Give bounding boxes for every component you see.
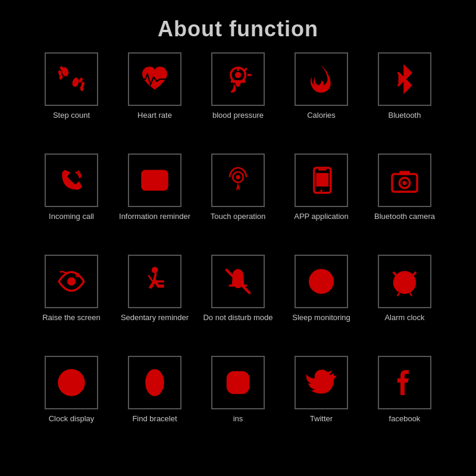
svg-point-16 (153, 178, 156, 181)
features-grid: Step count Heart rate blood pressure Cal… (33, 52, 443, 451)
cell-bluetooth-camera: Bluetooth camera (366, 154, 443, 249)
icon-box-touch-operation (211, 154, 265, 207)
svg-point-26 (403, 181, 407, 185)
icon-box-raise-the-screen (45, 255, 98, 308)
icon-box-clock-display (45, 356, 98, 409)
svg-point-28 (67, 277, 76, 286)
cell-app-application: APP application (283, 154, 360, 249)
cell-heart-rate: Heart rate (116, 52, 193, 148)
label-alarm-clock: Alarm clock (384, 313, 424, 323)
icon-box-twitter (295, 356, 348, 409)
label-bluetooth-camera: Bluetooth camera (374, 212, 435, 222)
icon-box-bluetooth-camera (378, 154, 431, 207)
label-twitter: Twitter (310, 414, 333, 424)
label-heart-rate: Heart rate (137, 111, 172, 121)
svg-rect-23 (316, 173, 328, 187)
icon-box-calories (295, 52, 348, 106)
svg-line-31 (149, 275, 153, 282)
label-app-application: APP application (294, 212, 349, 222)
icon-box-find-bracelet (128, 356, 181, 409)
cell-sleep-monitoring: Z Sleep monitoring (283, 255, 360, 350)
svg-rect-27 (399, 171, 410, 175)
svg-point-4 (71, 77, 80, 87)
svg-rect-10 (237, 67, 239, 71)
label-touch-operation: Touch operation (211, 212, 266, 222)
cell-facebook: facebook (366, 356, 443, 451)
cell-incoming-call: Incoming call (33, 154, 110, 249)
svg-point-22 (320, 190, 322, 192)
icon-box-incoming-call (45, 154, 98, 207)
svg-point-49 (233, 377, 243, 388)
svg-point-17 (158, 178, 161, 181)
cell-blood-pressure: blood pressure (199, 52, 277, 148)
cell-sedentary-reminder: Sedentary reminder (116, 255, 193, 350)
icon-box-do-not-disturb (211, 255, 265, 308)
icon-box-heart-rate (128, 52, 181, 106)
svg-point-30 (152, 267, 158, 274)
cell-alarm-clock: Alarm clock (366, 255, 443, 350)
icon-box-app-application (295, 154, 348, 207)
svg-line-41 (413, 272, 416, 275)
label-step-count: Step count (53, 111, 90, 121)
svg-rect-13 (231, 80, 246, 83)
svg-point-50 (243, 375, 246, 378)
cell-clock-display: Clock display (33, 356, 110, 451)
cell-raise-the-screen: Raise the screen (33, 255, 110, 350)
cell-do-not-disturb: Do not disturb mode (199, 255, 277, 350)
cell-bluetooth: Bluetooth (366, 52, 443, 148)
cell-calories: Calories (283, 52, 360, 148)
icon-box-information-reminder (128, 154, 181, 207)
cell-step-count: Step count (33, 52, 110, 148)
cell-find-bracelet: Find bracelet (116, 356, 193, 451)
label-sleep-monitoring: Sleep monitoring (292, 313, 350, 323)
svg-rect-21 (318, 169, 327, 171)
icon-box-bluetooth (378, 52, 431, 106)
svg-rect-12 (248, 74, 252, 76)
icon-box-blood-pressure (211, 52, 265, 106)
svg-text:Z: Z (317, 273, 326, 289)
icon-box-ins (211, 356, 265, 409)
label-clock-display: Clock display (49, 414, 95, 424)
cell-information-reminder: Information reminder (116, 154, 193, 249)
icon-box-sleep-monitoring: Z (295, 255, 348, 308)
label-raise-the-screen: Raise the screen (42, 313, 101, 323)
svg-point-9 (235, 72, 242, 79)
label-incoming-call: Incoming call (49, 212, 94, 222)
icon-box-facebook (378, 356, 431, 409)
svg-line-40 (393, 272, 396, 275)
label-blood-pressure: blood pressure (212, 111, 264, 121)
svg-point-15 (148, 178, 151, 181)
label-find-bracelet: Find bracelet (132, 414, 177, 424)
icon-box-sedentary-reminder (128, 255, 181, 308)
svg-point-19 (236, 175, 240, 179)
cell-twitter: Twitter (283, 356, 360, 451)
page-title: About function (158, 17, 318, 42)
label-facebook: facebook (389, 414, 421, 424)
label-sedentary-reminder: Sedentary reminder (121, 313, 189, 323)
cell-ins: ins (199, 356, 277, 451)
svg-point-45 (70, 381, 73, 384)
label-calories: Calories (307, 111, 336, 121)
icon-box-step-count (45, 52, 98, 106)
label-information-reminder: Information reminder (119, 212, 190, 222)
label-bluetooth: Bluetooth (389, 111, 421, 121)
label-ins: ins (233, 414, 243, 424)
label-do-not-disturb: Do not disturb mode (203, 313, 273, 323)
cell-touch-operation: Touch operation (199, 154, 277, 249)
icon-box-alarm-clock (378, 255, 431, 308)
